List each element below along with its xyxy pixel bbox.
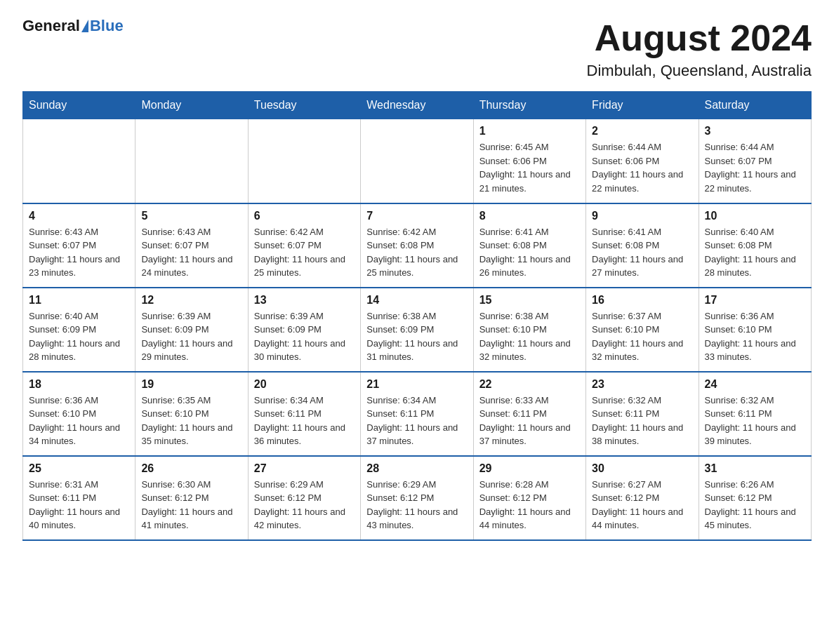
day-number: 24 <box>705 378 805 391</box>
day-info: Sunrise: 6:42 AM Sunset: 6:08 PM Dayligh… <box>366 225 467 280</box>
day-info: Sunrise: 6:35 AM Sunset: 6:10 PM Dayligh… <box>141 394 241 448</box>
day-number: 1 <box>479 125 580 137</box>
day-number: 15 <box>479 294 580 307</box>
day-info: Sunrise: 6:34 AM Sunset: 6:11 PM Dayligh… <box>366 394 467 448</box>
day-cell: 10Sunrise: 6:40 AM Sunset: 6:08 PM Dayli… <box>699 203 811 288</box>
logo-triangle-icon <box>81 20 88 32</box>
day-cell: 5Sunrise: 6:43 AM Sunset: 6:07 PM Daylig… <box>135 203 248 288</box>
day-cell: 6Sunrise: 6:42 AM Sunset: 6:07 PM Daylig… <box>248 203 360 288</box>
day-cell <box>23 119 135 203</box>
day-cell: 7Sunrise: 6:42 AM Sunset: 6:08 PM Daylig… <box>361 203 473 288</box>
day-cell: 29Sunrise: 6:28 AM Sunset: 6:12 PM Dayli… <box>473 456 585 540</box>
day-info: Sunrise: 6:38 AM Sunset: 6:10 PM Dayligh… <box>479 309 580 364</box>
day-info: Sunrise: 6:34 AM Sunset: 6:11 PM Dayligh… <box>254 394 355 448</box>
day-number: 9 <box>592 210 692 222</box>
weekday-header-thursday: Thursday <box>473 92 585 119</box>
day-info: Sunrise: 6:27 AM Sunset: 6:12 PM Dayligh… <box>592 478 692 532</box>
day-number: 14 <box>366 294 467 307</box>
day-info: Sunrise: 6:30 AM Sunset: 6:12 PM Dayligh… <box>141 478 241 532</box>
day-cell: 11Sunrise: 6:40 AM Sunset: 6:09 PM Dayli… <box>23 288 135 372</box>
week-row-2: 4Sunrise: 6:43 AM Sunset: 6:07 PM Daylig… <box>23 203 812 288</box>
day-info: Sunrise: 6:31 AM Sunset: 6:11 PM Dayligh… <box>29 478 129 532</box>
day-info: Sunrise: 6:40 AM Sunset: 6:08 PM Dayligh… <box>705 225 805 280</box>
day-cell: 19Sunrise: 6:35 AM Sunset: 6:10 PM Dayli… <box>135 372 248 456</box>
day-info: Sunrise: 6:45 AM Sunset: 6:06 PM Dayligh… <box>479 140 580 195</box>
weekday-header-wednesday: Wednesday <box>361 92 473 119</box>
header: General Blue August 2024 Dimbulah, Queen… <box>22 17 812 80</box>
day-number: 29 <box>479 462 580 475</box>
day-info: Sunrise: 6:32 AM Sunset: 6:11 PM Dayligh… <box>705 394 805 448</box>
day-number: 6 <box>254 210 355 222</box>
day-number: 7 <box>366 210 467 222</box>
day-info: Sunrise: 6:26 AM Sunset: 6:12 PM Dayligh… <box>705 478 805 532</box>
week-row-1: 1Sunrise: 6:45 AM Sunset: 6:06 PM Daylig… <box>23 119 812 203</box>
day-cell: 23Sunrise: 6:32 AM Sunset: 6:11 PM Dayli… <box>586 372 699 456</box>
day-info: Sunrise: 6:39 AM Sunset: 6:09 PM Dayligh… <box>254 309 355 364</box>
day-cell: 27Sunrise: 6:29 AM Sunset: 6:12 PM Dayli… <box>248 456 360 540</box>
day-number: 22 <box>479 378 580 391</box>
day-info: Sunrise: 6:36 AM Sunset: 6:10 PM Dayligh… <box>29 394 129 448</box>
day-cell: 16Sunrise: 6:37 AM Sunset: 6:10 PM Dayli… <box>586 288 699 372</box>
day-number: 13 <box>254 294 355 307</box>
day-number: 3 <box>705 125 805 137</box>
day-cell: 3Sunrise: 6:44 AM Sunset: 6:07 PM Daylig… <box>699 119 811 203</box>
day-cell: 26Sunrise: 6:30 AM Sunset: 6:12 PM Dayli… <box>135 456 248 540</box>
day-number: 26 <box>141 462 241 475</box>
day-number: 19 <box>141 378 241 391</box>
weekday-header-monday: Monday <box>135 92 248 119</box>
day-info: Sunrise: 6:29 AM Sunset: 6:12 PM Dayligh… <box>366 478 467 532</box>
day-cell <box>135 119 248 203</box>
day-cell: 2Sunrise: 6:44 AM Sunset: 6:06 PM Daylig… <box>586 119 699 203</box>
day-number: 4 <box>29 210 129 222</box>
logo-blue-text: Blue <box>90 17 124 35</box>
day-cell: 15Sunrise: 6:38 AM Sunset: 6:10 PM Dayli… <box>473 288 585 372</box>
day-info: Sunrise: 6:41 AM Sunset: 6:08 PM Dayligh… <box>479 225 580 280</box>
day-number: 30 <box>592 462 692 475</box>
weekday-header-saturday: Saturday <box>699 92 811 119</box>
day-cell: 21Sunrise: 6:34 AM Sunset: 6:11 PM Dayli… <box>361 372 473 456</box>
calendar-table: SundayMondayTuesdayWednesdayThursdayFrid… <box>22 91 812 541</box>
day-info: Sunrise: 6:43 AM Sunset: 6:07 PM Dayligh… <box>29 225 129 280</box>
day-info: Sunrise: 6:44 AM Sunset: 6:07 PM Dayligh… <box>705 140 805 195</box>
day-number: 17 <box>705 294 805 307</box>
day-cell: 14Sunrise: 6:38 AM Sunset: 6:09 PM Dayli… <box>361 288 473 372</box>
day-number: 10 <box>705 210 805 222</box>
day-info: Sunrise: 6:36 AM Sunset: 6:10 PM Dayligh… <box>705 309 805 364</box>
day-number: 25 <box>29 462 129 475</box>
weekday-header-sunday: Sunday <box>23 92 135 119</box>
day-number: 11 <box>29 294 129 307</box>
week-row-4: 18Sunrise: 6:36 AM Sunset: 6:10 PM Dayli… <box>23 372 812 456</box>
day-number: 12 <box>141 294 241 307</box>
day-cell: 30Sunrise: 6:27 AM Sunset: 6:12 PM Dayli… <box>586 456 699 540</box>
day-info: Sunrise: 6:42 AM Sunset: 6:07 PM Dayligh… <box>254 225 355 280</box>
day-number: 16 <box>592 294 692 307</box>
day-cell: 9Sunrise: 6:41 AM Sunset: 6:08 PM Daylig… <box>586 203 699 288</box>
day-info: Sunrise: 6:43 AM Sunset: 6:07 PM Dayligh… <box>141 225 241 280</box>
weekday-header-tuesday: Tuesday <box>248 92 360 119</box>
day-info: Sunrise: 6:37 AM Sunset: 6:10 PM Dayligh… <box>592 309 692 364</box>
day-number: 31 <box>705 462 805 475</box>
day-info: Sunrise: 6:33 AM Sunset: 6:11 PM Dayligh… <box>479 394 580 448</box>
day-info: Sunrise: 6:39 AM Sunset: 6:09 PM Dayligh… <box>141 309 241 364</box>
day-cell: 22Sunrise: 6:33 AM Sunset: 6:11 PM Dayli… <box>473 372 585 456</box>
title-area: August 2024 Dimbulah, Queensland, Austra… <box>587 17 812 80</box>
logo: General Blue <box>22 17 124 35</box>
day-number: 8 <box>479 210 580 222</box>
day-cell <box>361 119 473 203</box>
day-info: Sunrise: 6:41 AM Sunset: 6:08 PM Dayligh… <box>592 225 692 280</box>
day-info: Sunrise: 6:28 AM Sunset: 6:12 PM Dayligh… <box>479 478 580 532</box>
day-info: Sunrise: 6:38 AM Sunset: 6:09 PM Dayligh… <box>366 309 467 364</box>
day-cell: 4Sunrise: 6:43 AM Sunset: 6:07 PM Daylig… <box>23 203 135 288</box>
location-title: Dimbulah, Queensland, Australia <box>587 62 812 80</box>
day-number: 5 <box>141 210 241 222</box>
day-number: 23 <box>592 378 692 391</box>
day-cell: 31Sunrise: 6:26 AM Sunset: 6:12 PM Dayli… <box>699 456 811 540</box>
day-number: 20 <box>254 378 355 391</box>
day-info: Sunrise: 6:40 AM Sunset: 6:09 PM Dayligh… <box>29 309 129 364</box>
day-number: 18 <box>29 378 129 391</box>
day-cell: 24Sunrise: 6:32 AM Sunset: 6:11 PM Dayli… <box>699 372 811 456</box>
day-number: 28 <box>366 462 467 475</box>
day-number: 27 <box>254 462 355 475</box>
month-title: August 2024 <box>587 17 812 59</box>
logo-general-text: General <box>22 17 80 35</box>
